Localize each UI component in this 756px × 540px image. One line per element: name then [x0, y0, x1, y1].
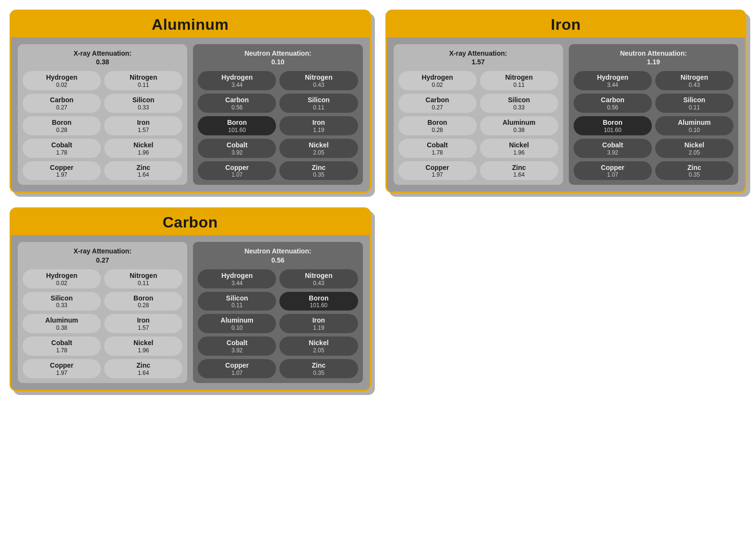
neutron-element-hydrogen-carbon[interactable]: Hydrogen3.44 — [198, 269, 276, 288]
xray-element-carbon-iron[interactable]: Carbon0.27 — [398, 94, 477, 113]
neutron-element-hydrogen-aluminum[interactable]: Hydrogen3.44 — [198, 71, 276, 90]
neutron-element-copper-aluminum[interactable]: Copper1.07 — [198, 161, 276, 180]
xray-element-copper-carbon[interactable]: Copper1.97 — [23, 359, 101, 378]
neutron-header-aluminum: Neutron Attenuation:0.10 — [198, 49, 358, 66]
neutron-element-carbon-aluminum[interactable]: Carbon0.56 — [198, 94, 276, 113]
neutron-element-hydrogen-iron[interactable]: Hydrogen3.44 — [574, 71, 652, 90]
neutron-element-nickel-carbon[interactable]: Nickel2.05 — [279, 336, 358, 356]
neutron-element-nitrogen-iron[interactable]: Nitrogen0.43 — [655, 71, 733, 90]
xray-panel-aluminum: X-ray Attenuation:0.38Hydrogen0.02Nitrog… — [18, 44, 187, 185]
xray-header-carbon: X-ray Attenuation:0.27 — [23, 247, 182, 264]
card-carbon: CarbonX-ray Attenuation:0.27Hydrogen0.02… — [10, 207, 371, 391]
neutron-element-aluminum-carbon[interactable]: Aluminum0.10 — [198, 314, 276, 333]
xray-element-carbon-aluminum[interactable]: Carbon0.27 — [23, 94, 101, 113]
neutron-header-carbon: Neutron Attenuation:0.56 — [198, 247, 358, 264]
neutron-element-carbon-iron[interactable]: Carbon0.56 — [574, 94, 652, 113]
xray-element-silicon-aluminum[interactable]: Silicon0.33 — [104, 94, 182, 113]
neutron-element-silicon-aluminum[interactable]: Silicon0.11 — [279, 94, 358, 113]
neutron-element-boron-aluminum[interactable]: Boron101.60 — [198, 116, 276, 135]
xray-element-nickel-iron[interactable]: Nickel1.96 — [480, 139, 558, 158]
xray-element-aluminum-iron[interactable]: Aluminum0.38 — [480, 116, 558, 135]
xray-element-aluminum-carbon[interactable]: Aluminum0.38 — [23, 314, 101, 333]
xray-element-cobalt-iron[interactable]: Cobalt1.78 — [398, 139, 477, 158]
xray-header-iron: X-ray Attenuation:1.57 — [398, 49, 558, 66]
neutron-element-copper-carbon[interactable]: Copper1.07 — [198, 359, 276, 378]
card-title-carbon: Carbon — [11, 209, 370, 235]
neutron-element-iron-aluminum[interactable]: Iron1.19 — [279, 116, 358, 135]
xray-panel-carbon: X-ray Attenuation:0.27Hydrogen0.02Nitrog… — [18, 242, 187, 383]
xray-element-copper-iron[interactable]: Copper1.97 — [398, 161, 477, 180]
card-iron: IronX-ray Attenuation:1.57Hydrogen0.02Ni… — [385, 10, 747, 193]
xray-element-silicon-iron[interactable]: Silicon0.33 — [480, 94, 558, 113]
neutron-element-aluminum-iron[interactable]: Aluminum0.10 — [655, 116, 733, 135]
xray-element-nitrogen-aluminum[interactable]: Nitrogen0.11 — [104, 71, 182, 90]
neutron-element-boron-carbon[interactable]: Boron101.60 — [279, 292, 358, 311]
xray-element-hydrogen-carbon[interactable]: Hydrogen0.02 — [23, 269, 101, 288]
neutron-panel-iron: Neutron Attenuation:1.19Hydrogen3.44Nitr… — [569, 44, 738, 185]
xray-element-boron-iron[interactable]: Boron0.28 — [398, 116, 477, 135]
card-aluminum: AluminumX-ray Attenuation:0.38Hydrogen0.… — [10, 10, 371, 193]
neutron-element-silicon-iron[interactable]: Silicon0.11 — [655, 94, 733, 113]
neutron-element-cobalt-aluminum[interactable]: Cobalt3.92 — [198, 139, 276, 158]
neutron-element-nickel-iron[interactable]: Nickel2.05 — [655, 139, 733, 158]
xray-element-iron-aluminum[interactable]: Iron1.57 — [104, 116, 182, 135]
neutron-element-copper-iron[interactable]: Copper1.07 — [574, 161, 652, 180]
xray-element-zinc-aluminum[interactable]: Zinc1.64 — [104, 161, 182, 180]
xray-element-zinc-iron[interactable]: Zinc1.64 — [480, 161, 558, 180]
xray-element-boron-aluminum[interactable]: Boron0.28 — [23, 116, 101, 135]
xray-element-cobalt-aluminum[interactable]: Cobalt1.78 — [23, 139, 101, 158]
xray-element-hydrogen-iron[interactable]: Hydrogen0.02 — [398, 71, 477, 90]
neutron-header-iron: Neutron Attenuation:1.19 — [574, 49, 733, 66]
xray-element-nickel-aluminum[interactable]: Nickel1.96 — [104, 139, 182, 158]
neutron-element-cobalt-iron[interactable]: Cobalt3.92 — [574, 139, 652, 158]
xray-element-copper-aluminum[interactable]: Copper1.97 — [23, 161, 101, 180]
neutron-element-cobalt-carbon[interactable]: Cobalt3.92 — [198, 336, 276, 356]
xray-element-iron-carbon[interactable]: Iron1.57 — [104, 314, 182, 333]
card-title-iron: Iron — [387, 11, 745, 37]
neutron-element-zinc-iron[interactable]: Zinc0.35 — [655, 161, 733, 180]
xray-header-aluminum: X-ray Attenuation:0.38 — [23, 49, 182, 66]
xray-element-zinc-carbon[interactable]: Zinc1.64 — [104, 359, 182, 378]
page-layout: AluminumX-ray Attenuation:0.38Hydrogen0.… — [10, 10, 746, 391]
neutron-element-zinc-aluminum[interactable]: Zinc0.35 — [279, 161, 358, 180]
xray-element-cobalt-carbon[interactable]: Cobalt1.78 — [23, 336, 101, 356]
card-title-aluminum: Aluminum — [11, 11, 370, 37]
neutron-element-nitrogen-aluminum[interactable]: Nitrogen0.43 — [279, 71, 358, 90]
neutron-panel-carbon: Neutron Attenuation:0.56Hydrogen3.44Nitr… — [193, 242, 362, 383]
xray-element-nitrogen-iron[interactable]: Nitrogen0.11 — [480, 71, 558, 90]
xray-panel-iron: X-ray Attenuation:1.57Hydrogen0.02Nitrog… — [394, 44, 563, 185]
neutron-element-boron-iron[interactable]: Boron101.60 — [574, 116, 652, 135]
xray-element-silicon-carbon[interactable]: Silicon0.33 — [23, 292, 101, 311]
xray-element-boron-carbon[interactable]: Boron0.28 — [104, 292, 182, 311]
neutron-element-iron-carbon[interactable]: Iron1.19 — [279, 314, 358, 333]
xray-element-nitrogen-carbon[interactable]: Nitrogen0.11 — [104, 269, 182, 288]
xray-element-nickel-carbon[interactable]: Nickel1.96 — [104, 336, 182, 356]
xray-element-hydrogen-aluminum[interactable]: Hydrogen0.02 — [23, 71, 101, 90]
neutron-element-nickel-aluminum[interactable]: Nickel2.05 — [279, 139, 358, 158]
neutron-element-nitrogen-carbon[interactable]: Nitrogen0.43 — [279, 269, 358, 288]
neutron-panel-aluminum: Neutron Attenuation:0.10Hydrogen3.44Nitr… — [193, 44, 362, 185]
neutron-element-silicon-carbon[interactable]: Silicon0.11 — [198, 292, 276, 311]
neutron-element-zinc-carbon[interactable]: Zinc0.35 — [279, 359, 358, 378]
